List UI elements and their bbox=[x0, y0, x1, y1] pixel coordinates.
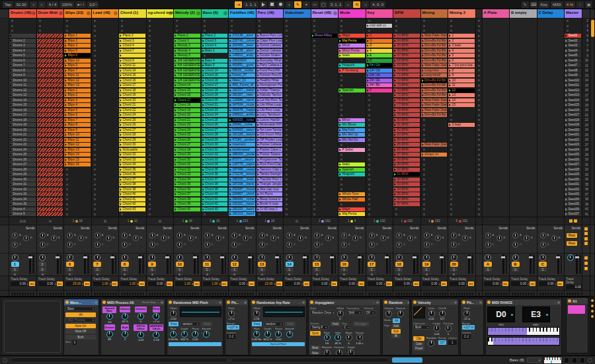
track-delay-value[interactable]: 29.00 bbox=[65, 281, 81, 286]
clip-stop-button[interactable] bbox=[567, 20, 569, 22]
pan-knob[interactable] bbox=[12, 254, 19, 261]
clip-stop-button[interactable] bbox=[313, 159, 315, 161]
clip[interactable]: Seed28 bbox=[565, 168, 581, 172]
clip-stop-button[interactable] bbox=[313, 124, 315, 126]
clip-stop-button[interactable] bbox=[478, 20, 480, 22]
send-b-knob[interactable] bbox=[243, 235, 249, 241]
clip[interactable]: 68 BPM bbox=[393, 59, 420, 63]
clip[interactable] bbox=[37, 103, 63, 107]
clip[interactable]: 25000004 bbox=[229, 59, 255, 63]
clip-stop-button[interactable] bbox=[423, 159, 425, 161]
clip-stop-button[interactable] bbox=[286, 154, 288, 156]
clip[interactable]: 74 BPM bbox=[393, 89, 420, 92]
clip[interactable]: Chord 38 bbox=[174, 198, 200, 201]
clip[interactable]: 64 BPM bbox=[393, 39, 420, 43]
clip[interactable]: Drums 15 bbox=[9, 103, 36, 107]
track-header-melody-2[interactable]: Melody (2) bbox=[174, 9, 201, 18]
track-header-blips-33[interactable]: Blips (33) bbox=[64, 9, 91, 18]
clip[interactable] bbox=[37, 172, 63, 176]
clip-stop-button[interactable] bbox=[39, 25, 41, 27]
track-activator-button[interactable]: 9 bbox=[148, 262, 156, 267]
track-delay-value[interactable]: 0.00 bbox=[368, 281, 383, 286]
clip-stop-button[interactable] bbox=[368, 149, 370, 151]
clip-stop-button[interactable] bbox=[340, 79, 342, 81]
draw-icon[interactable]: ✎ bbox=[522, 1, 529, 8]
clip[interactable]: Mast Fade 1bar bbox=[421, 108, 448, 112]
clip[interactable]: Drm+Bs Fd 8br bbox=[421, 79, 448, 83]
clip[interactable]: Chord 11 bbox=[119, 63, 145, 67]
clip[interactable]: Melody 2 bbox=[174, 44, 200, 48]
clip[interactable]: Chord 38 bbox=[202, 182, 228, 186]
clip[interactable]: 8 bbox=[448, 69, 475, 73]
track-header-bass-6[interactable]: Bass (6) bbox=[202, 9, 229, 18]
clip-stop-button[interactable] bbox=[149, 25, 151, 27]
clip[interactable]: D bbox=[366, 44, 393, 48]
clip[interactable]: Drums 22 bbox=[9, 138, 36, 142]
clip-stop-button[interactable] bbox=[313, 65, 315, 67]
device-title-bar[interactable]: Arpeggiator⌄▤ bbox=[309, 299, 380, 305]
delay-spinner-icon[interactable]: ◂ bbox=[500, 282, 502, 285]
clip-stop-button[interactable] bbox=[149, 208, 151, 210]
pitch-knob[interactable]: Pitch-12 st bbox=[462, 307, 471, 320]
macro-synced-rate[interactable]: Synced Rate1/6 bbox=[102, 307, 116, 324]
clip[interactable]: 187499__casqu bbox=[229, 168, 255, 172]
macro-style[interactable]: Style2 bbox=[118, 324, 132, 341]
clip-stop-button[interactable] bbox=[94, 20, 96, 22]
clip[interactable]: Chord 43 bbox=[202, 207, 228, 211]
clip-stop-button[interactable] bbox=[176, 30, 178, 32]
clip-stop-button[interactable] bbox=[423, 139, 425, 141]
clip[interactable]: Chord 39 bbox=[119, 188, 145, 192]
clip[interactable]: Seed22 bbox=[565, 138, 581, 142]
clip[interactable]: Seed31 bbox=[565, 182, 581, 186]
clip[interactable]: Drums 23 bbox=[9, 143, 36, 147]
clip-stop-button[interactable] bbox=[149, 174, 151, 176]
stop-all-clips-button[interactable] bbox=[574, 219, 577, 223]
clip-stop-button[interactable] bbox=[149, 184, 151, 186]
clip[interactable]: 79 BPM bbox=[393, 113, 420, 117]
clip[interactable]: Chord 26 bbox=[202, 123, 228, 127]
clip-stop-button[interactable] bbox=[423, 168, 425, 170]
clip[interactable]: Drums 16 bbox=[9, 108, 36, 112]
clip-stop-button[interactable] bbox=[94, 75, 96, 77]
send-b-knob[interactable] bbox=[496, 235, 502, 241]
clip[interactable]: Major bbox=[338, 207, 365, 211]
clip[interactable]: Chord 14 bbox=[119, 69, 145, 73]
clip-stop-button[interactable] bbox=[286, 69, 288, 71]
clip-stop-button[interactable] bbox=[478, 25, 480, 27]
solo-button[interactable]: S bbox=[176, 268, 183, 272]
clip[interactable]: G# / Ab bbox=[366, 73, 393, 77]
clip-stop-button[interactable] bbox=[478, 99, 480, 101]
device-activator-icon[interactable] bbox=[227, 301, 230, 304]
delay-spinner-icon[interactable]: ◂ bbox=[301, 282, 303, 285]
clip-stop-button[interactable] bbox=[423, 25, 425, 27]
clip-stop-button[interactable] bbox=[204, 55, 206, 57]
clip-stop-button[interactable] bbox=[286, 139, 288, 141]
note-dropdown[interactable]: ▾ bbox=[527, 357, 541, 363]
stop-button[interactable] bbox=[268, 1, 276, 8]
clip-stop-button[interactable] bbox=[149, 55, 151, 57]
volume-fader[interactable] bbox=[276, 254, 278, 274]
save-preset-icon[interactable]: ▤ bbox=[95, 301, 97, 304]
track-header-drums-48[interactable]: Drums (48) bbox=[9, 9, 36, 18]
clip-stop-button[interactable] bbox=[231, 30, 233, 32]
crossfader[interactable] bbox=[511, 293, 536, 295]
clip[interactable]: P Tembung bbox=[338, 69, 365, 73]
clip-stop-button[interactable] bbox=[423, 30, 425, 32]
pan-knob[interactable] bbox=[94, 254, 100, 261]
clip[interactable]: 88S_Forest_W bbox=[229, 83, 255, 87]
clip-stop-button[interactable] bbox=[478, 59, 480, 61]
clip-stop-button[interactable] bbox=[368, 129, 370, 131]
clip[interactable] bbox=[37, 153, 63, 157]
clip[interactable]: Seed1 bbox=[565, 34, 581, 38]
track-activator-button[interactable]: 15 bbox=[313, 262, 321, 267]
clip[interactable]: Blips 5 bbox=[64, 49, 91, 53]
clip-stop-button[interactable] bbox=[121, 20, 123, 22]
track-delay-value[interactable]: 0.00 bbox=[38, 281, 54, 286]
save-preset-icon[interactable]: ▤ bbox=[244, 301, 247, 304]
range-value[interactable]: +127 st bbox=[227, 325, 239, 330]
clip-stop-button[interactable] bbox=[176, 25, 178, 27]
clip-stop-button[interactable] bbox=[286, 59, 288, 61]
clip[interactable]: Chord 40 bbox=[174, 207, 200, 211]
track-activator-button[interactable]: 19 bbox=[422, 262, 430, 267]
pan-knob[interactable] bbox=[204, 254, 210, 261]
